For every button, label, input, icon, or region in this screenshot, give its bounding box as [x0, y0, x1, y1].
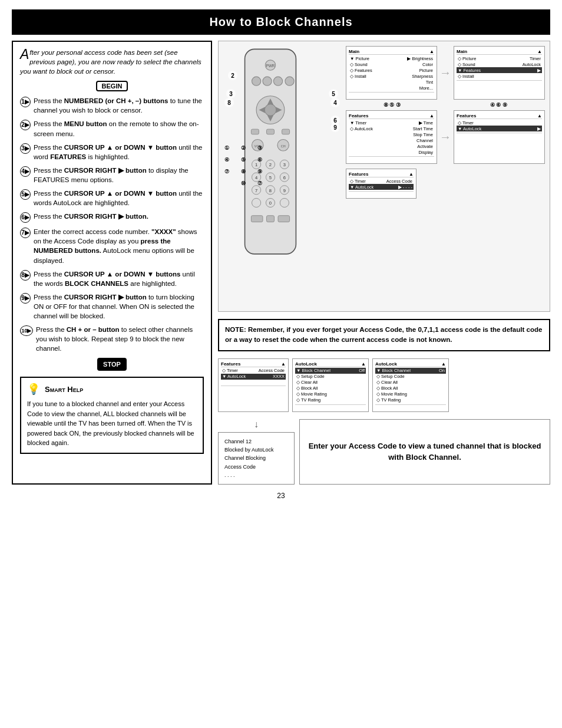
fp2-header: Features▲ — [457, 113, 542, 119]
step-num-8: 8▶ — [20, 270, 31, 281]
svg-point-6 — [285, 77, 294, 85]
step-text-1: Press the NUMBERED (or CH +, –) buttons … — [34, 96, 204, 115]
channel-line4: Access Code — [224, 463, 288, 471]
remote-label-5: 5 — [329, 89, 338, 98]
remote-step-9b: ⑨ — [257, 169, 262, 174]
panel2-header: Main▲ — [457, 49, 542, 55]
step-9: 9▶ Press the CURSOR RIGHT ▶ button to tu… — [20, 292, 204, 321]
fp2-row1: ◇ Timer — [457, 120, 542, 126]
acp-header: Features▲ — [349, 172, 414, 177]
channel-line1: Channel 12 — [224, 437, 288, 446]
step-num-6: 6▶ — [20, 212, 31, 223]
panel2-row3: ▼ Features▶ — [457, 67, 542, 73]
begin-badge: BEGIN — [20, 81, 204, 91]
channel-display: Channel 12 Blocked by AutoLock Channel B… — [218, 432, 295, 485]
bottom-panels: Features▲ ◇ TimerAccess Code ▼ AutoLockX… — [218, 358, 550, 412]
bap-row1: ◇ TimerAccess Code — [221, 368, 286, 374]
note-box: NOTE: Remember, if you ever forget your … — [218, 319, 550, 351]
step-text-5: Press the CURSOR UP ▲ or DOWN ▼ button u… — [34, 189, 204, 207]
panel1-row5: Tint — [349, 79, 434, 85]
remote-step-7c: ⑦ — [257, 180, 262, 186]
step-num-9: 9▶ — [20, 293, 31, 304]
fp2-row2: ▼ AutoLock▶ — [457, 126, 542, 131]
remote-step-8b: ⑧ — [241, 169, 246, 174]
step-markers-1: ⑧ ⑤ ③ ④ ⑥ ⑨ — [346, 102, 545, 108]
remote-step-0: ⑩ — [241, 180, 246, 186]
remote-step-3b: ③ — [257, 145, 262, 151]
step-3: 3▶ Press the CURSOR UP ▲ or DOWN ▼ butto… — [20, 143, 204, 162]
step-num-7: 7▶ — [20, 228, 31, 238]
fp1-row2: ◇ AutoLockStart Time — [349, 126, 434, 131]
svg-rect-42 — [251, 216, 263, 222]
remote-label-4: 4 — [330, 98, 340, 107]
left-column: After your personal access code has been… — [12, 41, 212, 485]
step-6: 6▶ Press the CURSOR RIGHT ▶ button. — [20, 212, 204, 223]
page-number: 23 — [0, 492, 562, 500]
remote-step-5b: ⑤ — [241, 157, 246, 163]
step-num-5: 5▶ — [20, 189, 31, 200]
aloff-row1: ▼ Block ChannelOff — [295, 368, 366, 374]
step-text-10: Press the CH + or – button to select oth… — [36, 325, 204, 353]
alon-row3: ◇ Clear All — [375, 380, 446, 386]
acp-row1: ◇ TimerAccess Code — [349, 178, 414, 184]
fp1-row4: Channel — [349, 137, 434, 143]
svg-rect-13 — [251, 129, 259, 134]
menu-screens-area: Main▲ ▼ Picture▶ Brightness ◇ SoundColor… — [346, 46, 545, 307]
step-num-10: 10▶ — [20, 325, 33, 336]
alon-row4: ◇ Block All — [375, 386, 446, 391]
step-num-4: 4▶ — [20, 166, 31, 177]
svg-text:7: 7 — [255, 188, 257, 193]
panel2-row2: ◇ SoundAutoLock — [457, 61, 542, 67]
svg-rect-43 — [266, 216, 274, 222]
bap-header: Features▲ — [221, 361, 286, 367]
step-text-8: Press the CURSOR UP ▲ or DOWN ▼ buttons … — [34, 269, 204, 288]
svg-text:4: 4 — [255, 175, 257, 180]
remote-svg: PWR — [223, 46, 318, 270]
step-7: 7▶ Enter the correct access code number.… — [20, 227, 204, 265]
remote-step-7b: ⑦ — [224, 169, 229, 174]
panel1-row6: More... — [349, 85, 434, 91]
autolock-off-panel: AutoLock▲ ▼ Block ChannelOff ◇ Setup Cod… — [292, 358, 369, 412]
stop-badge: STOP — [97, 358, 127, 371]
svg-text:9: 9 — [283, 188, 286, 193]
acp-row2: ▼ AutoLock▶ - - - - — [349, 184, 414, 190]
alon-header: AutoLock▲ — [375, 361, 446, 367]
svg-point-38 — [252, 198, 261, 207]
bulb-icon: 💡 — [27, 383, 40, 396]
remote-label-3: 3 — [226, 89, 236, 98]
step-2: 2▶ Press the MENU button on the remote t… — [20, 119, 204, 138]
svg-rect-14 — [266, 129, 274, 134]
smart-help-box: 💡 Smart Help If you tune to a blocked ch… — [20, 377, 204, 454]
panel2-row1: ◇ PictureTimer — [457, 55, 542, 61]
steps-list: 1▶ Press the NUMBERED (or CH +, –) butto… — [20, 96, 204, 353]
aloff-row3: ◇ Clear All — [295, 380, 366, 386]
panel2-row4: ◇ Install — [457, 73, 542, 79]
panel1-header: Main▲ — [349, 49, 434, 55]
panel1-row2: ◇ SoundColor — [349, 61, 434, 67]
remote-label-2: 2 — [228, 71, 237, 80]
bap-row2: ▼ AutoLockXXXX — [221, 374, 286, 380]
svg-rect-15 — [282, 129, 290, 134]
alon-row5: ◇ Movie Rating — [375, 391, 446, 397]
channel-blocked-area: ↓ Channel 12 Blocked by AutoLock Channel… — [218, 419, 550, 485]
step-text-3: Press the CURSOR UP ▲ or DOWN ▼ button u… — [34, 143, 204, 162]
step-text-2: Press the MENU button on the remote to s… — [34, 119, 204, 138]
remote-illustration: PWR — [223, 46, 341, 307]
aloff-row6: ◇ TV Rating — [295, 397, 366, 403]
svg-text:8: 8 — [269, 188, 272, 193]
channel-line2: Blocked by AutoLock — [224, 446, 288, 454]
drop-cap: A — [20, 49, 29, 61]
alon-row2: ◇ Setup Code — [375, 374, 446, 380]
arrow-right-2: → — [439, 110, 451, 164]
svg-text:PWR: PWR — [266, 64, 275, 68]
alon-row1: ▼ Block ChannelOn — [375, 368, 446, 374]
step-10: 10▶ Press the CH + or – button to select… — [20, 325, 204, 353]
svg-text:5: 5 — [269, 175, 272, 180]
fp1-row6: Display — [349, 149, 434, 155]
main-menu-panel-2: Main▲ ◇ PictureTimer ◇ SoundAutoLock ▼ F… — [454, 46, 545, 100]
aloff-header: AutoLock▲ — [295, 361, 366, 367]
step-text-4: Press the CURSOR RIGHT ▶ button to displ… — [34, 166, 204, 185]
step-1: 1▶ Press the NUMBERED (or CH +, –) butto… — [20, 96, 204, 115]
svg-text:1: 1 — [255, 162, 257, 167]
page-title: How to Block Channels — [12, 9, 550, 35]
